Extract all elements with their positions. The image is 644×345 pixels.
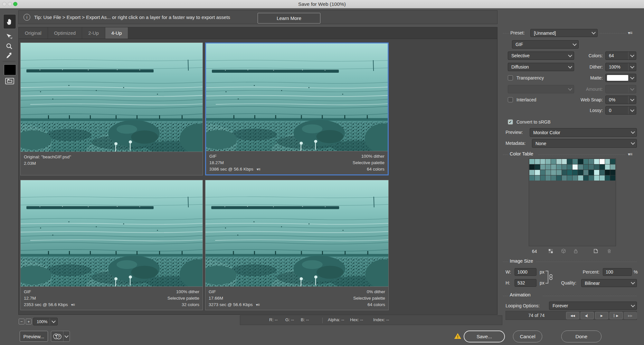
foreground-color-swatch[interactable] — [4, 64, 16, 75]
color-swatch[interactable] — [605, 175, 610, 181]
color-swatch[interactable] — [562, 164, 567, 170]
matte-select[interactable] — [605, 74, 636, 82]
color-swatch[interactable] — [545, 164, 551, 170]
first-frame-button[interactable]: ◀◀ — [566, 312, 579, 319]
colors-select[interactable]: 64 — [605, 51, 636, 60]
color-swatch[interactable] — [610, 159, 615, 164]
color-swatch[interactable] — [573, 164, 578, 170]
hand-tool-button[interactable] — [3, 14, 16, 29]
color-swatch[interactable] — [540, 175, 545, 181]
pane-original-image[interactable] — [21, 43, 203, 152]
color-swatch[interactable] — [594, 164, 599, 170]
cancel-button[interactable]: Cancel — [513, 331, 542, 342]
color-swatch[interactable] — [551, 164, 556, 170]
color-swatch[interactable] — [583, 159, 589, 164]
color-swatch[interactable] — [600, 170, 605, 175]
tab-original[interactable]: Original — [19, 27, 48, 39]
color-swatch[interactable] — [589, 159, 594, 164]
color-swatch[interactable] — [610, 170, 615, 175]
color-swatch[interactable] — [594, 175, 599, 181]
tab-4up[interactable]: 4-Up — [105, 27, 128, 39]
color-swatch[interactable] — [551, 159, 556, 164]
preset-select[interactable]: [Unnamed] — [530, 29, 598, 37]
color-swatch[interactable] — [567, 159, 572, 164]
color-swatch[interactable] — [605, 164, 610, 170]
color-swatch[interactable] — [545, 159, 551, 164]
download-rate-menu-icon[interactable]: ▾≡ — [256, 303, 260, 307]
delete-color-button[interactable] — [606, 248, 612, 254]
format-select[interactable]: GIF — [512, 40, 579, 49]
color-swatch[interactable] — [600, 159, 605, 164]
preview-in-browser-button[interactable]: Preview... — [20, 331, 48, 342]
color-swatch[interactable] — [545, 170, 551, 175]
convert-srgb-checkbox[interactable]: ✓ — [508, 119, 513, 125]
color-swatch[interactable] — [562, 175, 567, 181]
tab-2up[interactable]: 2-Up — [82, 27, 105, 39]
eyedropper-tool-button[interactable] — [5, 51, 14, 60]
color-swatch[interactable] — [556, 159, 562, 164]
color-swatch[interactable] — [556, 164, 562, 170]
pane-gif-32-image[interactable] — [21, 180, 203, 286]
zoom-out-button[interactable]: − — [19, 319, 24, 324]
width-field[interactable] — [515, 268, 536, 276]
pane-original[interactable]: Original: "beachGIF.psd" 2.03M — [20, 42, 203, 175]
color-swatch[interactable] — [573, 159, 578, 164]
color-swatch[interactable] — [551, 175, 556, 181]
pane-gif-64-image[interactable] — [206, 43, 388, 151]
color-swatch[interactable] — [535, 159, 540, 164]
color-swatch[interactable] — [562, 159, 567, 164]
color-swatch[interactable] — [540, 170, 545, 175]
slice-select-tool-button[interactable] — [5, 33, 14, 41]
lossy-select[interactable]: 0 — [605, 106, 636, 115]
color-swatch[interactable] — [529, 164, 535, 170]
color-swatch[interactable] — [556, 175, 562, 181]
color-swatch[interactable] — [578, 170, 583, 175]
quality-select[interactable]: Bilinear — [581, 279, 637, 287]
add-color-button[interactable] — [592, 248, 599, 254]
color-swatch[interactable] — [535, 170, 540, 175]
next-frame-button[interactable]: ▏▶ — [610, 312, 623, 319]
pane-gif-0-dither[interactable]: GIF 17.66M 3273 sec @ 56.6 Kbps▾≡ 0% dit… — [205, 180, 389, 310]
preset-panel-menu-icon[interactable]: ▾≡ — [628, 31, 632, 35]
preview-select[interactable]: Monitor Color — [530, 128, 637, 137]
looping-options-select[interactable]: Forever — [549, 302, 637, 310]
color-swatch[interactable] — [573, 175, 578, 181]
lock-color-button[interactable] — [573, 248, 579, 254]
zoom-tool-button[interactable] — [5, 42, 14, 51]
learn-more-button[interactable]: Learn More — [258, 13, 320, 23]
color-swatch[interactable] — [583, 164, 589, 170]
color-swatch[interactable] — [589, 164, 594, 170]
done-button[interactable]: Done — [561, 331, 601, 342]
transparency-checkbox[interactable] — [508, 75, 513, 80]
play-button[interactable]: ▶ — [595, 312, 608, 319]
color-swatch[interactable] — [578, 175, 583, 181]
percent-field[interactable] — [603, 268, 632, 276]
pane-gif-64-selected[interactable]: GIF 18.27M 3386 sec @ 56.6 Kbps▾≡ 100% d… — [205, 42, 389, 175]
metadata-select[interactable]: None — [532, 139, 637, 148]
color-swatch[interactable] — [583, 170, 589, 175]
color-swatch[interactable] — [529, 175, 535, 181]
color-swatch[interactable] — [540, 164, 545, 170]
web-snap-select[interactable]: 0% — [605, 96, 636, 104]
color-swatch[interactable] — [567, 175, 572, 181]
color-swatch[interactable] — [578, 164, 583, 170]
zoom-in-button[interactable]: + — [26, 319, 32, 324]
toggle-slices-visibility-button[interactable] — [4, 77, 15, 86]
color-swatch[interactable] — [562, 170, 567, 175]
save-button[interactable]: Save... — [464, 331, 505, 342]
color-swatch[interactable] — [605, 159, 610, 164]
download-rate-menu-icon[interactable]: ▾≡ — [257, 167, 260, 172]
color-swatch[interactable] — [610, 164, 615, 170]
last-frame-button[interactable]: ▶▶ — [624, 312, 637, 319]
color-swatch[interactable] — [529, 170, 535, 175]
preview-browser-select[interactable]: ? — [51, 331, 70, 342]
color-swatch[interactable] — [567, 170, 572, 175]
color-table-panel-menu-icon[interactable]: ▾≡ — [628, 152, 632, 156]
color-swatch[interactable] — [600, 175, 605, 181]
interlaced-checkbox[interactable] — [508, 97, 513, 102]
color-swatch[interactable] — [567, 164, 572, 170]
color-swatch[interactable] — [545, 175, 551, 181]
color-swatch[interactable] — [535, 164, 540, 170]
color-swatch[interactable] — [589, 175, 594, 181]
zoom-level-select[interactable]: 100% — [33, 318, 58, 325]
